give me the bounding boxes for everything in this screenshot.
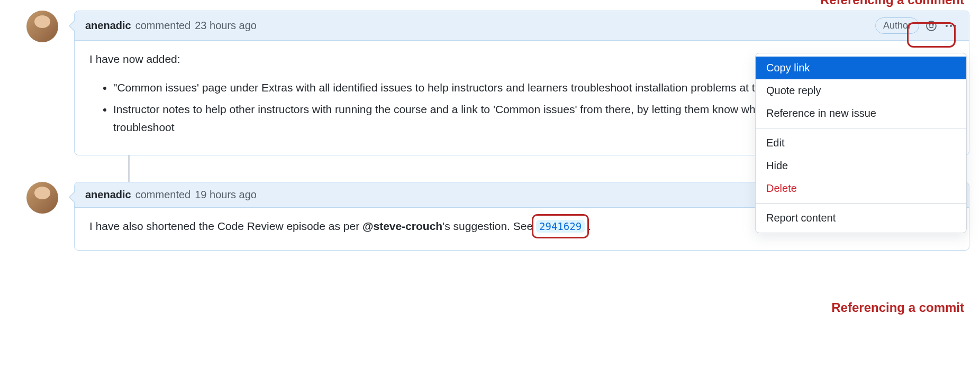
menu-reference-issue[interactable]: Reference in new issue [756,102,966,125]
menu-delete[interactable]: Delete [756,177,966,200]
commented-action: commented [135,20,191,32]
timestamp[interactable]: 19 hours ago [195,189,257,201]
author-badge: Author [875,17,919,34]
svg-point-1 [929,24,930,25]
svg-point-0 [927,21,936,31]
emoji-icon[interactable] [925,20,937,32]
comment-header: anenadic commented 23 hours ago Author [75,11,969,41]
commented-action: commented [135,189,191,201]
kebab-menu-icon[interactable] [943,25,958,27]
menu-divider [756,128,966,128]
comment-header-left: anenadic commented 23 hours ago [85,20,257,32]
menu-quote-reply[interactable]: Quote reply [756,79,966,102]
commit-link[interactable]: 2941629 [536,220,585,233]
annotation-comment: Referencing a comment [820,0,964,7]
author-name[interactable]: anenadic [85,189,131,201]
annotation-commit: Referencing a commit [831,300,964,315]
svg-point-2 [932,24,933,25]
menu-hide[interactable]: Hide [756,154,966,177]
mention-link[interactable]: @steve-crouch [362,220,442,232]
menu-edit[interactable]: Edit [756,132,966,154]
menu-divider [756,203,966,204]
menu-report[interactable]: Report content [756,207,966,229]
avatar[interactable] [26,182,58,214]
menu-copy-link[interactable]: Copy link [756,57,966,79]
body-text: 's suggestion. See [442,220,536,232]
comment-header-left: anenadic commented 19 hours ago [85,189,257,201]
timestamp[interactable]: 23 hours ago [195,20,257,32]
author-name[interactable]: anenadic [85,20,131,32]
comment-actions-menu: Copy link Quote reply Reference in new i… [755,53,967,233]
body-text: I have also shortened the Code Review ep… [89,220,362,232]
body-text: . [588,220,591,232]
avatar[interactable] [26,11,58,42]
comment-header-right: Author [875,17,958,34]
